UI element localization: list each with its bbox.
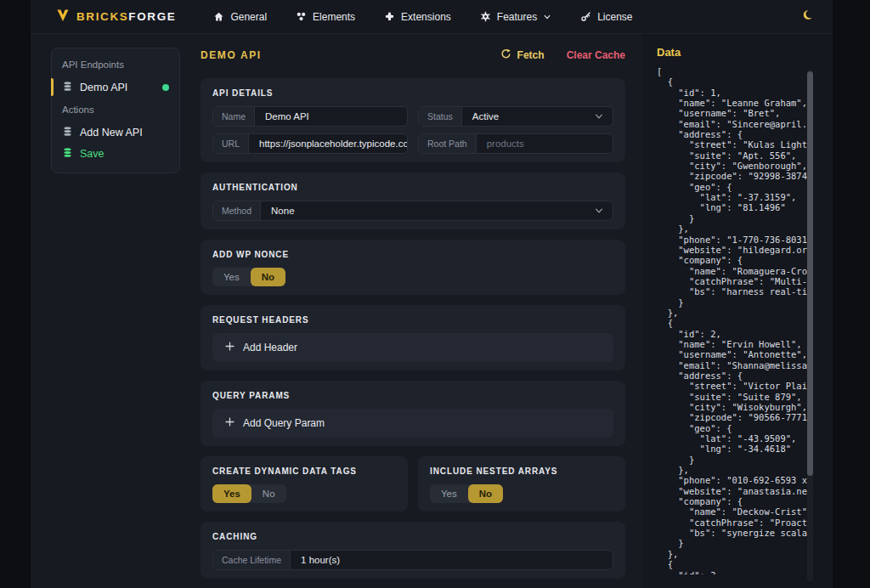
home-icon — [213, 11, 224, 22]
nav-item-features[interactable]: Features — [480, 11, 551, 23]
nav-item-general[interactable]: General — [213, 11, 267, 23]
endpoint-label: Demo API — [80, 82, 127, 93]
panel-header: DEMO API Fetch Clear Cache — [201, 46, 625, 65]
endpoints-heading: API Endpoints — [62, 59, 169, 70]
key-icon — [580, 11, 591, 22]
dynamic-tags-toggle: Yes No — [212, 484, 286, 503]
moon-icon — [802, 9, 814, 25]
data-panel-title: Data — [657, 46, 833, 59]
json-scrollbar-thumb[interactable] — [807, 71, 813, 476]
section-api-details: API DETAILS Name Demo API Status Active — [201, 78, 625, 162]
wp-nonce-no-option[interactable]: No — [251, 268, 285, 286]
section-authentication: AUTHENTICATION Method None — [201, 172, 625, 229]
page-title: DEMO API — [201, 49, 262, 61]
add-query-param-button[interactable]: Add Query Param — [212, 409, 613, 438]
root-path-field[interactable]: Root Path products — [418, 133, 613, 154]
database-icon — [62, 126, 73, 139]
nested-arrays-toggle: Yes No — [430, 484, 503, 503]
chevron-down-icon — [594, 201, 613, 220]
actions-heading: Actions — [62, 105, 169, 115]
logo-text: BRICKSFORGE — [76, 10, 176, 23]
top-navbar: BRICKSFORGE General Elements Extensions — [31, 0, 833, 34]
nav-item-license[interactable]: License — [580, 11, 632, 23]
url-field[interactable]: URL https://jsonplaceholder.typicode.com… — [212, 133, 408, 154]
plus-icon — [224, 341, 235, 354]
action-label: Save — [80, 148, 105, 160]
dynamic-tags-yes-option[interactable]: Yes — [212, 484, 251, 503]
section-include-nested-arrays: INCLUDE NESTED ARRAYS Yes No — [418, 456, 625, 512]
active-indicator — [51, 78, 54, 96]
nested-arrays-yes-option[interactable]: Yes — [430, 484, 468, 503]
json-response-view: [ { "id": 1, "name": "Leanne Graham", "u… — [657, 66, 808, 574]
content-area: API Endpoints Demo API Actions Add New A… — [31, 34, 833, 588]
elements-icon — [296, 11, 307, 22]
section-add-wp-nonce: ADD WP NONCE Yes No — [201, 240, 625, 295]
fetch-button[interactable]: Fetch — [500, 48, 545, 62]
add-new-api-button[interactable]: Add New API — [62, 122, 169, 143]
wp-nonce-yes-option[interactable]: Yes — [212, 268, 251, 286]
chevron-down-icon — [543, 13, 551, 21]
nav-item-extensions[interactable]: Extensions — [384, 11, 451, 23]
dark-mode-toggle[interactable] — [802, 9, 814, 25]
data-preview-panel: Data [ { "id": 1, "name": "Leanne Graham… — [642, 34, 833, 588]
refresh-icon — [500, 48, 511, 62]
chevron-down-icon — [594, 107, 613, 126]
sidebar-item-demo-api[interactable]: Demo API — [62, 76, 169, 98]
connected-status-dot — [162, 84, 169, 91]
section-caching: CACHING Cache Lifetime 1 hour(s) — [201, 522, 625, 579]
nav-item-elements[interactable]: Elements — [296, 11, 355, 23]
database-icon — [62, 147, 73, 161]
action-label: Add New API — [80, 127, 143, 139]
cache-lifetime-field[interactable]: Cache Lifetime 1 hour(s) — [212, 550, 613, 570]
bricksforge-app: BRICKSFORGE General Elements Extensions — [31, 0, 833, 588]
database-icon — [62, 81, 73, 94]
json-scrollbar[interactable] — [807, 70, 813, 581]
wp-nonce-toggle: Yes No — [212, 268, 285, 286]
status-select[interactable]: Status Active — [418, 106, 613, 127]
endpoint-settings-panel: DEMO API Fetch Clear Cache API DETAILS — [201, 46, 625, 588]
save-button[interactable]: Save — [62, 143, 169, 164]
bricksforge-shield-icon — [56, 8, 70, 25]
nested-arrays-no-option[interactable]: No — [468, 484, 503, 503]
bricksforge-logo[interactable]: BRICKSFORGE — [56, 8, 176, 25]
add-header-button[interactable]: Add Header — [212, 333, 613, 362]
name-field[interactable]: Name Demo API — [212, 106, 408, 127]
api-endpoints-sidebar: API Endpoints Demo API Actions Add New A… — [51, 48, 180, 173]
section-request-headers: REQUEST HEADERS Add Header — [201, 305, 625, 370]
plus-icon — [224, 416, 235, 430]
puzzle-icon — [384, 11, 395, 22]
nav-menu: General Elements Extensions Features — [213, 11, 632, 23]
gear-icon — [480, 11, 491, 22]
dynamic-tags-no-option[interactable]: No — [251, 484, 286, 503]
clear-cache-button[interactable]: Clear Cache — [567, 49, 625, 61]
section-create-dynamic-data-tags: CREATE DYNAMIC DATA TAGS Yes No — [201, 456, 408, 512]
auth-method-select[interactable]: Method None — [212, 201, 613, 221]
section-query-params: QUERY PARAMS Add Query Param — [201, 381, 625, 446]
